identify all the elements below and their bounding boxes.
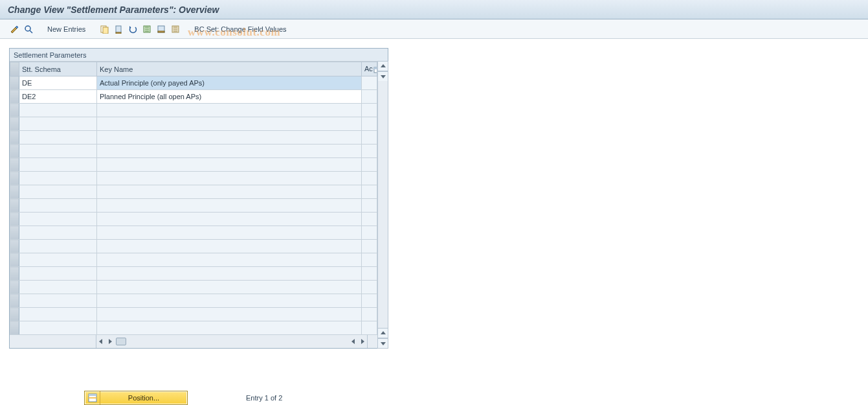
table-row bbox=[10, 199, 377, 213]
toggle-change-icon[interactable] bbox=[8, 23, 21, 36]
row-selector[interactable] bbox=[10, 76, 19, 90]
table-row bbox=[10, 281, 377, 294]
svg-rect-8 bbox=[158, 31, 164, 32]
row-selector[interactable] bbox=[10, 240, 19, 253]
row-selector[interactable] bbox=[10, 172, 19, 185]
panel-title: Settlement Parameters bbox=[10, 49, 388, 62]
table-row bbox=[10, 213, 377, 226]
table-row bbox=[10, 240, 377, 253]
table-row bbox=[10, 117, 377, 131]
vertical-scrollbar[interactable] bbox=[377, 62, 388, 348]
row-selector[interactable] bbox=[10, 117, 19, 131]
bcset-change-field-values-button[interactable]: BC Set: Change Field Values bbox=[190, 23, 291, 36]
row-selector[interactable] bbox=[10, 308, 19, 321]
row-selector[interactable] bbox=[10, 145, 19, 158]
table-row[interactable]: DEActual Principle (only payed APs) bbox=[10, 76, 377, 90]
table-row bbox=[10, 321, 377, 335]
entry-counter: Entry 1 of 2 bbox=[246, 394, 282, 402]
table-row[interactable]: DE2Planned Principle (all open APs) bbox=[10, 90, 377, 104]
deselect-all-icon[interactable] bbox=[169, 23, 182, 36]
table-row bbox=[10, 226, 377, 240]
select-all-header[interactable] bbox=[10, 62, 19, 76]
svg-line-1 bbox=[30, 30, 32, 33]
cell-schema[interactable]: DE bbox=[19, 76, 97, 90]
select-block-icon[interactable] bbox=[155, 23, 168, 36]
scroll-down-icon[interactable] bbox=[377, 338, 388, 349]
row-selector[interactable] bbox=[10, 131, 19, 145]
new-entries-button[interactable]: New Entries bbox=[43, 23, 90, 36]
svg-rect-4 bbox=[116, 26, 121, 32]
svg-rect-14 bbox=[89, 397, 96, 399]
scroll-down-top-icon[interactable] bbox=[377, 71, 388, 82]
cell-ac[interactable] bbox=[362, 76, 377, 90]
cell-keyname[interactable]: Actual Principle (only payed APs) bbox=[97, 76, 362, 90]
position-button-label: Position... bbox=[100, 394, 187, 402]
find-icon[interactable] bbox=[22, 23, 35, 36]
svg-rect-13 bbox=[89, 394, 96, 396]
copy-as-icon[interactable] bbox=[98, 23, 111, 36]
scroll-up-icon[interactable] bbox=[377, 61, 388, 71]
table-row bbox=[10, 253, 377, 267]
row-selector[interactable] bbox=[10, 213, 19, 226]
row-selector[interactable] bbox=[10, 294, 19, 308]
table-row bbox=[10, 104, 377, 117]
delete-icon[interactable] bbox=[112, 23, 125, 36]
row-selector[interactable] bbox=[10, 158, 19, 172]
table-row bbox=[10, 308, 377, 321]
table-row bbox=[10, 145, 377, 158]
application-toolbar: New Entries BC Set: Change Field Values bbox=[0, 19, 868, 39]
select-all-icon[interactable] bbox=[140, 23, 153, 36]
settlement-parameters-panel: Settlement Parameters Stt. Schema Key Na… bbox=[9, 48, 388, 349]
position-button[interactable]: Position... bbox=[84, 391, 188, 405]
row-selector[interactable] bbox=[10, 199, 19, 213]
row-selector[interactable] bbox=[10, 104, 19, 117]
scroll-thumb[interactable] bbox=[116, 338, 126, 345]
horizontal-scrollbar[interactable] bbox=[10, 335, 377, 348]
cell-ac[interactable] bbox=[362, 90, 377, 104]
column-header-ac[interactable]: Ac bbox=[362, 62, 377, 76]
page-title: Change View "Settlement Parameters": Ove… bbox=[0, 0, 868, 19]
svg-rect-3 bbox=[103, 27, 108, 34]
row-selector[interactable] bbox=[10, 185, 19, 199]
scroll-right-icon[interactable] bbox=[358, 337, 367, 346]
svg-rect-11 bbox=[374, 67, 377, 69]
column-header-keyname[interactable]: Key Name bbox=[97, 62, 362, 76]
scroll-up-bottom-icon[interactable] bbox=[377, 328, 388, 338]
row-selector[interactable] bbox=[10, 267, 19, 281]
svg-rect-5 bbox=[116, 32, 121, 34]
scroll-right-small-icon[interactable] bbox=[106, 337, 115, 346]
scroll-left-icon[interactable] bbox=[96, 337, 106, 346]
row-selector[interactable] bbox=[10, 253, 19, 267]
row-selector[interactable] bbox=[10, 226, 19, 240]
undo-icon[interactable] bbox=[126, 23, 139, 36]
row-selector[interactable] bbox=[10, 321, 19, 335]
column-header-schema[interactable]: Stt. Schema bbox=[19, 62, 97, 76]
table-row bbox=[10, 158, 377, 172]
table-row bbox=[10, 294, 377, 308]
settlement-parameters-table: Stt. Schema Key Name Ac DEActual Princip… bbox=[10, 62, 377, 335]
scroll-left-small-icon[interactable] bbox=[349, 337, 358, 346]
row-selector[interactable] bbox=[10, 281, 19, 294]
cell-schema[interactable]: DE2 bbox=[19, 90, 97, 104]
table-row bbox=[10, 131, 377, 145]
cell-keyname[interactable]: Planned Principle (all open APs) bbox=[97, 90, 362, 104]
svg-point-0 bbox=[25, 26, 30, 31]
table-row bbox=[10, 267, 377, 281]
table-row bbox=[10, 185, 377, 199]
row-selector[interactable] bbox=[10, 90, 19, 104]
position-icon bbox=[85, 391, 100, 404]
table-row bbox=[10, 172, 377, 185]
